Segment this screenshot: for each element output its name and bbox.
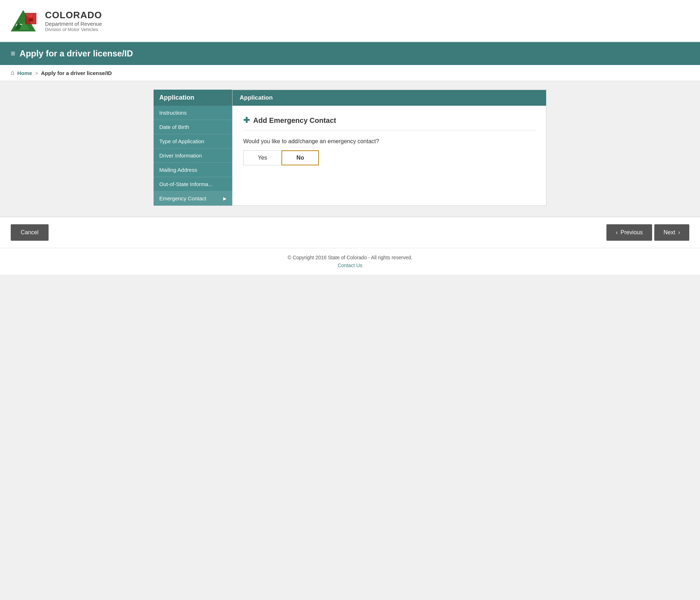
breadcrumb-home[interactable]: Home: [17, 70, 32, 76]
sidebar: Application Instructions Date of Birth T…: [154, 90, 232, 206]
logo-area: CO COLORADO Department of Revenue Divisi…: [11, 6, 102, 35]
sidebar-item-outofstate[interactable]: Out-of-State Informa...: [154, 177, 232, 191]
home-icon: ⌂: [11, 69, 14, 76]
next-button[interactable]: Next ›: [654, 224, 689, 241]
breadcrumb-current: Apply for a driver license/ID: [41, 70, 112, 76]
previous-label: Previous: [621, 229, 643, 236]
question-text: Would you like to add/change an emergenc…: [243, 138, 535, 145]
yes-no-toggle: Yes No: [243, 150, 535, 165]
sidebar-item-mailing[interactable]: Mailing Address: [154, 163, 232, 177]
page-title: Apply for a driver license/ID: [20, 49, 133, 59]
next-label: Next: [664, 229, 675, 236]
cdor-logo: CO: [11, 6, 39, 35]
bottom-nav: Cancel ‹ Previous Next ›: [0, 216, 700, 248]
sidebar-item-driver[interactable]: Driver Information: [154, 149, 232, 163]
nav-buttons: ‹ Previous Next ›: [606, 224, 689, 241]
svg-rect-6: [29, 19, 33, 21]
contact-us-link[interactable]: Contact Us: [6, 262, 694, 268]
no-button[interactable]: No: [281, 150, 319, 165]
section-title: ✚ Add Emergency Contact: [243, 116, 535, 125]
prev-arrow: ‹: [616, 229, 618, 236]
section-title-text: Add Emergency Contact: [253, 116, 336, 125]
previous-button[interactable]: ‹ Previous: [606, 224, 652, 241]
sidebar-header: Application: [154, 90, 232, 106]
yes-button[interactable]: Yes: [243, 150, 281, 165]
org-name: COLORADO: [45, 10, 102, 21]
section-divider: [243, 130, 535, 130]
sidebar-item-type[interactable]: Type of Application: [154, 134, 232, 149]
menu-icon[interactable]: ≡: [11, 49, 15, 58]
cancel-button[interactable]: Cancel: [11, 224, 49, 241]
plus-icon: ✚: [243, 116, 250, 125]
copyright-text: © Copyright 2016 State of Colorado - All…: [288, 255, 412, 260]
content-body: ✚ Add Emergency Contact Would you like t…: [232, 106, 546, 175]
content-panel-title: Application: [232, 90, 546, 106]
sidebar-item-instructions[interactable]: Instructions: [154, 106, 232, 120]
sidebar-item-dob[interactable]: Date of Birth: [154, 120, 232, 134]
content-area: Application ✚ Add Emergency Contact Woul…: [232, 90, 546, 206]
page-header: CO COLORADO Department of Revenue Divisi…: [0, 0, 700, 42]
logo-text: COLORADO Department of Revenue Division …: [45, 10, 102, 32]
sidebar-item-emergency[interactable]: Emergency Contact: [154, 191, 232, 206]
page-footer: © Copyright 2016 State of Colorado - All…: [0, 248, 700, 275]
next-arrow: ›: [678, 229, 680, 236]
breadcrumb: ⌂ Home > Apply for a driver license/ID: [0, 65, 700, 81]
breadcrumb-separator: >: [35, 70, 38, 76]
division-name: Division of Motor Vehicles: [45, 27, 102, 32]
dept-name: Department of Revenue: [45, 21, 102, 27]
title-bar: ≡ Apply for a driver license/ID: [0, 42, 700, 65]
main-container: Application Instructions Date of Birth T…: [143, 90, 557, 206]
